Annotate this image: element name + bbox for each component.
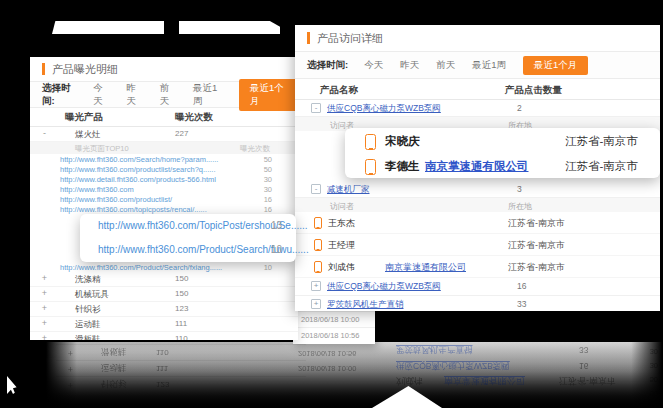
click-count: 2 xyxy=(517,103,522,113)
title-accent-bar xyxy=(42,63,45,75)
visitor-location: 江苏省-南京市 xyxy=(508,261,565,274)
product-link[interactable]: 供应CQB离心磁力泵WZB泵阀 xyxy=(327,281,441,293)
page-url-link[interactable]: http://www.fht360.com/productlist/ xyxy=(60,195,172,204)
visitor-company-link[interactable]: 南京掌速通有限公司 xyxy=(385,261,466,274)
table-row: + 洗涤精 150 xyxy=(30,272,298,287)
col-location: 所在地 xyxy=(508,201,532,212)
page-url-link[interactable]: http://www.fht360.com/Product/Search/fxi… xyxy=(60,263,222,272)
product-link[interactable]: 减速机厂家 xyxy=(327,184,370,196)
page-count: 30 xyxy=(264,175,272,184)
col-page-count: 曝光次数 xyxy=(240,144,270,154)
expand-icon[interactable]: + xyxy=(40,288,49,298)
table-row: + 机械玩具 150 xyxy=(30,287,298,302)
col-product-name: 产品名称 xyxy=(320,84,358,97)
tab-day-before[interactable]: 前天 xyxy=(160,82,176,108)
expand-icon[interactable]: + xyxy=(40,318,49,328)
expand-icon[interactable]: + xyxy=(311,299,321,309)
page-count: 10 xyxy=(271,244,282,255)
page-count: 30 xyxy=(264,185,272,194)
tab-last-week[interactable]: 最近1周 xyxy=(193,82,222,108)
expand-icon[interactable]: + xyxy=(40,333,49,340)
expand-icon[interactable]: + xyxy=(311,281,321,291)
product-link[interactable]: 罗茨鼓风机生产直销 xyxy=(327,299,404,311)
page-count: 10 xyxy=(264,263,272,272)
page-url-link[interactable]: http://www.fht360.com/productlist/search… xyxy=(60,165,216,174)
visitor-row: 王东杰 江苏省-南京市 xyxy=(295,212,660,234)
exposure-time-filter: 选择时间: 今天 昨天 前天 最近1周 最近1个月 xyxy=(30,82,298,108)
product-name: 洗涤精 xyxy=(75,274,101,286)
visit-timestamp: 2018/06/18 10:00 xyxy=(293,311,375,327)
product-name: 煤火灶 xyxy=(75,129,101,141)
click-count: 33 xyxy=(517,299,526,309)
background-card-edge-2 xyxy=(179,21,280,34)
table-row: - 供应CQB离心磁力泵WZB泵阀 2 xyxy=(295,100,660,117)
exposure-count: 110 xyxy=(175,334,188,340)
exposure-count: 111 xyxy=(175,319,187,328)
mobile-phone-icon xyxy=(314,217,322,229)
product-name: 机械玩具 xyxy=(75,289,109,301)
product-name: 滑板鞋 xyxy=(75,334,101,340)
table-row: - 减速机厂家 3 xyxy=(295,181,660,198)
table-row: + 针织衫 123 xyxy=(30,302,298,317)
url-row: http://www.fht360.com/Search/home?param.… xyxy=(30,154,298,164)
visitor-location: 江苏省-南京市 xyxy=(565,159,638,174)
visitor-row: 宋晓庆 江苏省-南京市 xyxy=(345,128,660,153)
click-count: 3 xyxy=(517,184,522,194)
expand-icon[interactable]: + xyxy=(40,273,49,283)
page-count: 16 xyxy=(264,195,272,204)
visitor-row: 刘成伟 南京掌速通有限公司 江苏省-南京市 xyxy=(295,256,660,278)
url-row: http://www.fht360.com/TopicPost/ershou/S… xyxy=(80,214,296,238)
tab-day-before[interactable]: 前天 xyxy=(436,59,455,72)
product-name: 运动鞋 xyxy=(75,319,101,331)
visitor-location: 江苏省-南京市 xyxy=(508,239,565,252)
table-row: + 滑板鞋 110 xyxy=(30,332,298,340)
tab-last-month[interactable]: 最近1个月 xyxy=(239,79,298,111)
mobile-phone-icon xyxy=(314,239,322,251)
tab-today[interactable]: 今天 xyxy=(93,82,109,108)
page-url-link[interactable]: http://www.fht360.com/Search/home?param.… xyxy=(60,155,218,164)
zoom-callout-urls: http://www.fht360.com/TopicPost/ershou/S… xyxy=(80,214,296,262)
visitor-name: 王东杰 xyxy=(328,217,355,230)
tab-last-month[interactable]: 最近1个月 xyxy=(523,56,588,75)
table-row: + 供应CQB离心磁力泵WZB泵阀 16 xyxy=(295,278,660,296)
url-row: http://www.fht360.com/topicposts/rencai/… xyxy=(30,204,298,214)
visitor-name: 宋晓庆 xyxy=(385,134,420,149)
url-row: http://www.fht360.com/Product/Search/fuw… xyxy=(80,238,296,262)
mouse-cursor-icon xyxy=(7,376,20,394)
expand-icon[interactable]: + xyxy=(40,303,49,313)
page-count: 50 xyxy=(264,155,272,164)
table-row: + 罗茨鼓风机生产直销 33 xyxy=(295,296,660,311)
collapse-icon[interactable]: - xyxy=(311,184,321,194)
time-filter-label: 选择时间: xyxy=(42,82,77,108)
exposure-count: 227 xyxy=(175,129,188,138)
page-url-link[interactable]: http://www.detail.fht360.com/products-56… xyxy=(60,175,216,184)
visit-time-filter: 选择时间: 今天 昨天 前天 最近1周 最近1个月 xyxy=(295,52,660,79)
page-count: 13 xyxy=(271,220,282,231)
visit-panel-title: 产品访问详细 xyxy=(317,31,383,46)
visitor-subheader: 访问者 所在地 xyxy=(295,198,660,212)
mobile-phone-icon xyxy=(365,159,376,175)
exposure-count: 150 xyxy=(175,274,188,283)
visitor-row: 王经理 江苏省-南京市 xyxy=(295,234,660,256)
exposure-panel-title: 产品曝光明细 xyxy=(52,62,118,77)
page-url-link[interactable]: http://www.fht360.com xyxy=(60,185,134,194)
col-visitor: 访问者 xyxy=(330,201,354,212)
visit-table-header: 产品名称 产品点击数量 xyxy=(295,79,660,100)
col-exposure-count: 曝光次数 xyxy=(175,111,213,124)
tab-today[interactable]: 今天 xyxy=(364,59,383,72)
col-click-count: 产品点击数量 xyxy=(505,84,562,97)
zoom-callout-visitors: 宋晓庆 江苏省-南京市 李德生 南京掌速通有限公司 江苏省-南京市 xyxy=(345,128,660,178)
click-count: 16 xyxy=(517,281,526,291)
collapse-icon[interactable]: - xyxy=(311,103,321,113)
tab-yesterday[interactable]: 昨天 xyxy=(127,82,143,108)
visitor-name: 李德生 xyxy=(385,159,420,174)
product-link[interactable]: 供应CQB离心磁力泵WZB泵阀 xyxy=(327,103,441,115)
tab-last-week[interactable]: 最近1周 xyxy=(472,59,506,72)
collapse-icon[interactable]: - xyxy=(40,128,49,138)
visit-timestamp: 2018/06/18 10:56 xyxy=(293,327,375,343)
tab-yesterday[interactable]: 昨天 xyxy=(400,59,419,72)
visitor-company-link[interactable]: 南京掌速通有限公司 xyxy=(425,159,529,174)
stage: 2018/06/18 10:00 2018/06/18 10:56 产品曝光明细… xyxy=(0,0,663,408)
exposure-count: 150 xyxy=(175,289,188,298)
page-url-link[interactable]: http://www.fht360.com/topicposts/rencai/… xyxy=(60,205,207,214)
